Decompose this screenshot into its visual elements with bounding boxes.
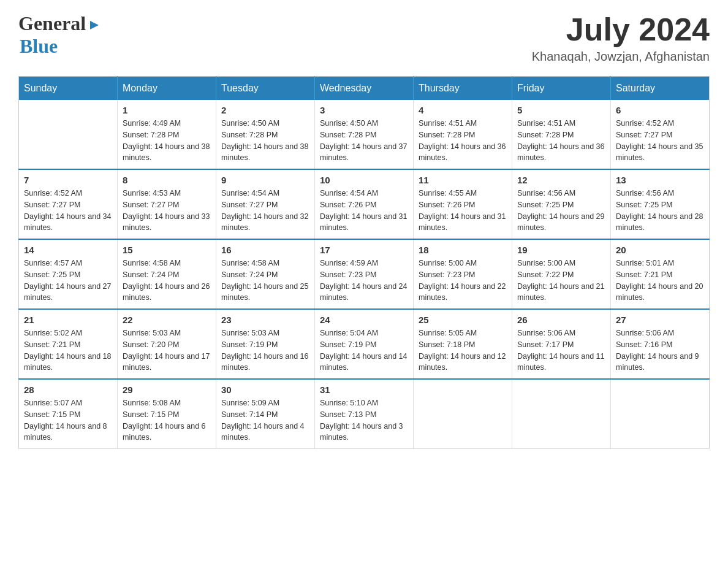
table-row: 9Sunrise: 4:54 AMSunset: 7:27 PMDaylight… [216,169,315,239]
col-monday: Monday [118,77,216,101]
table-row: 24Sunrise: 5:04 AMSunset: 7:19 PMDayligh… [315,309,414,379]
day-number: 28 [24,385,112,395]
table-row: 13Sunrise: 4:56 AMSunset: 7:25 PMDayligh… [611,169,710,239]
day-info: Sunrise: 4:50 AMSunset: 7:28 PMDaylight:… [320,118,408,164]
day-number: 1 [123,105,211,115]
table-row: 27Sunrise: 5:06 AMSunset: 7:16 PMDayligh… [611,309,710,379]
table-row: 8Sunrise: 4:53 AMSunset: 7:27 PMDaylight… [118,169,216,239]
table-row: 20Sunrise: 5:01 AMSunset: 7:21 PMDayligh… [611,239,710,309]
day-number: 2 [221,105,309,115]
day-number: 8 [123,175,211,185]
month-year-title: July 2024 [532,12,710,47]
day-number: 3 [320,105,408,115]
day-info: Sunrise: 5:08 AMSunset: 7:15 PMDaylight:… [123,397,211,443]
table-row [414,379,512,449]
day-number: 6 [616,105,704,115]
table-row: 4Sunrise: 4:51 AMSunset: 7:28 PMDaylight… [414,100,512,169]
table-row: 7Sunrise: 4:52 AMSunset: 7:27 PMDaylight… [19,169,118,239]
day-number: 30 [221,385,309,395]
calendar-week-row: 14Sunrise: 4:57 AMSunset: 7:25 PMDayligh… [19,239,710,309]
table-row: 11Sunrise: 4:55 AMSunset: 7:26 PMDayligh… [414,169,512,239]
day-number: 29 [123,385,211,395]
page-header: General Blue July 2024 Khanaqah, Jowzjan… [18,12,710,64]
day-info: Sunrise: 5:07 AMSunset: 7:15 PMDaylight:… [24,397,112,443]
day-number: 24 [320,315,408,325]
day-number: 10 [320,175,408,185]
day-info: Sunrise: 4:56 AMSunset: 7:25 PMDaylight:… [517,188,605,234]
table-row: 2Sunrise: 4:50 AMSunset: 7:28 PMDaylight… [216,100,315,169]
table-row: 1Sunrise: 4:49 AMSunset: 7:28 PMDaylight… [118,100,216,169]
table-row: 16Sunrise: 4:58 AMSunset: 7:24 PMDayligh… [216,239,315,309]
logo-arrow-icon [88,18,101,32]
table-row: 29Sunrise: 5:08 AMSunset: 7:15 PMDayligh… [118,379,216,449]
day-number: 26 [517,315,605,325]
day-info: Sunrise: 4:54 AMSunset: 7:26 PMDaylight:… [320,188,408,234]
day-info: Sunrise: 4:51 AMSunset: 7:28 PMDaylight:… [517,118,605,164]
day-info: Sunrise: 5:04 AMSunset: 7:19 PMDaylight:… [320,327,408,373]
day-info: Sunrise: 4:49 AMSunset: 7:28 PMDaylight:… [123,118,211,164]
logo-general-text: General [18,12,86,35]
table-row: 6Sunrise: 4:52 AMSunset: 7:27 PMDaylight… [611,100,710,169]
day-number: 14 [24,245,112,255]
table-row: 21Sunrise: 5:02 AMSunset: 7:21 PMDayligh… [19,309,118,379]
title-block: July 2024 Khanaqah, Jowzjan, Afghanistan [532,12,710,64]
day-number: 25 [419,315,507,325]
calendar-header-row: Sunday Monday Tuesday Wednesday Thursday… [19,77,710,101]
day-info: Sunrise: 4:55 AMSunset: 7:26 PMDaylight:… [419,188,507,234]
table-row: 31Sunrise: 5:10 AMSunset: 7:13 PMDayligh… [315,379,414,449]
table-row: 10Sunrise: 4:54 AMSunset: 7:26 PMDayligh… [315,169,414,239]
day-number: 22 [123,315,211,325]
table-row [19,100,118,169]
day-info: Sunrise: 5:03 AMSunset: 7:19 PMDaylight:… [221,327,309,373]
day-number: 18 [419,245,507,255]
day-info: Sunrise: 5:10 AMSunset: 7:13 PMDaylight:… [320,397,408,443]
day-number: 5 [517,105,605,115]
table-row: 26Sunrise: 5:06 AMSunset: 7:17 PMDayligh… [512,309,611,379]
day-info: Sunrise: 4:56 AMSunset: 7:25 PMDaylight:… [616,188,704,234]
calendar-week-row: 28Sunrise: 5:07 AMSunset: 7:15 PMDayligh… [19,379,710,449]
table-row: 19Sunrise: 5:00 AMSunset: 7:22 PMDayligh… [512,239,611,309]
calendar-table: Sunday Monday Tuesday Wednesday Thursday… [18,76,710,449]
logo-blue-text: Blue [20,35,58,57]
day-number: 4 [419,105,507,115]
day-info: Sunrise: 5:05 AMSunset: 7:18 PMDaylight:… [419,327,507,373]
table-row: 23Sunrise: 5:03 AMSunset: 7:19 PMDayligh… [216,309,315,379]
day-number: 11 [419,175,507,185]
table-row: 14Sunrise: 4:57 AMSunset: 7:25 PMDayligh… [19,239,118,309]
col-friday: Friday [512,77,611,101]
col-thursday: Thursday [414,77,512,101]
day-number: 23 [221,315,309,325]
day-number: 9 [221,175,309,185]
col-sunday: Sunday [19,77,118,101]
day-info: Sunrise: 4:58 AMSunset: 7:24 PMDaylight:… [221,258,309,304]
day-info: Sunrise: 5:00 AMSunset: 7:23 PMDaylight:… [419,258,507,304]
svg-marker-0 [90,21,99,29]
day-number: 19 [517,245,605,255]
day-info: Sunrise: 5:06 AMSunset: 7:17 PMDaylight:… [517,327,605,373]
day-number: 21 [24,315,112,325]
calendar-week-row: 1Sunrise: 4:49 AMSunset: 7:28 PMDaylight… [19,100,710,169]
day-info: Sunrise: 4:52 AMSunset: 7:27 PMDaylight:… [616,118,704,164]
table-row: 18Sunrise: 5:00 AMSunset: 7:23 PMDayligh… [414,239,512,309]
day-info: Sunrise: 5:03 AMSunset: 7:20 PMDaylight:… [123,327,211,373]
location-subtitle: Khanaqah, Jowzjan, Afghanistan [532,50,710,64]
day-number: 27 [616,315,704,325]
day-number: 31 [320,385,408,395]
day-info: Sunrise: 4:50 AMSunset: 7:28 PMDaylight:… [221,118,309,164]
calendar-week-row: 7Sunrise: 4:52 AMSunset: 7:27 PMDaylight… [19,169,710,239]
day-info: Sunrise: 4:58 AMSunset: 7:24 PMDaylight:… [123,258,211,304]
day-number: 17 [320,245,408,255]
table-row: 15Sunrise: 4:58 AMSunset: 7:24 PMDayligh… [118,239,216,309]
table-row: 30Sunrise: 5:09 AMSunset: 7:14 PMDayligh… [216,379,315,449]
col-saturday: Saturday [611,77,710,101]
table-row: 5Sunrise: 4:51 AMSunset: 7:28 PMDaylight… [512,100,611,169]
day-info: Sunrise: 5:09 AMSunset: 7:14 PMDaylight:… [221,397,309,443]
table-row: 3Sunrise: 4:50 AMSunset: 7:28 PMDaylight… [315,100,414,169]
day-number: 15 [123,245,211,255]
table-row: 22Sunrise: 5:03 AMSunset: 7:20 PMDayligh… [118,309,216,379]
day-number: 20 [616,245,704,255]
day-info: Sunrise: 4:53 AMSunset: 7:27 PMDaylight:… [123,188,211,234]
day-number: 13 [616,175,704,185]
table-row: 12Sunrise: 4:56 AMSunset: 7:25 PMDayligh… [512,169,611,239]
day-number: 16 [221,245,309,255]
